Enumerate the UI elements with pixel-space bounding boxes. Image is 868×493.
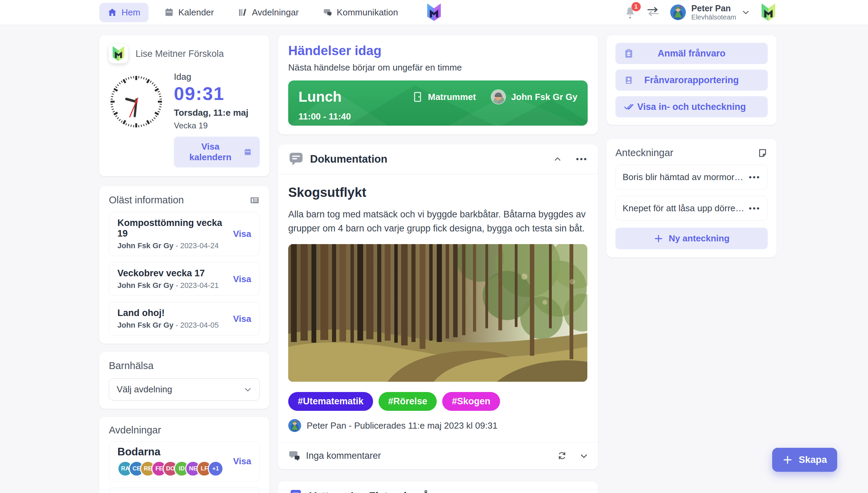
collapse-icon[interactable] (553, 155, 562, 163)
post-tag[interactable]: #Rörelse (379, 392, 437, 411)
note-row[interactable]: Boris blir hämtad av mormor hela Maj ••• (615, 165, 768, 190)
current-date: Torsdag, 11:e maj (174, 108, 260, 118)
action-label: Frånvarorapportering (644, 75, 739, 86)
teacher-avatar (491, 89, 506, 104)
show-calendar-button[interactable]: Visa kalendern (174, 137, 260, 167)
current-time: 09:31 (174, 83, 260, 104)
byline-text: Peter Pan - Publicerades 11:e maj 2023 k… (307, 420, 497, 431)
info-author: John Fsk Gr Gy (117, 281, 174, 290)
more-menu-icon[interactable]: ••• (576, 492, 588, 493)
chevron-down-icon (244, 385, 252, 394)
chevron-down-icon (742, 8, 750, 16)
today-label: Idag (174, 72, 260, 82)
note-menu-icon[interactable]: ••• (749, 204, 761, 213)
post-image[interactable] (288, 244, 587, 382)
analog-clock (109, 74, 164, 129)
main-column: Händelser idag Nästa händelse börjar om … (278, 35, 598, 493)
nav-label: Kommunikation (337, 7, 398, 18)
news-icon[interactable] (250, 195, 260, 205)
department-row: Fyren RACEREFEEEREHEEO+10 Visa (109, 487, 260, 493)
post-tag[interactable]: #Skogen (442, 392, 500, 411)
events-title: Händelser idag (288, 43, 588, 58)
person-document-icon (624, 75, 634, 85)
select-placeholder: Välj avdelning (117, 384, 172, 395)
events-card: Händelser idag Nästa händelse börjar om … (278, 35, 598, 135)
current-week: Vecka 19 (174, 121, 260, 130)
water-topic-title: Vatten - Is - Flytande - Ånga (309, 490, 553, 493)
post-body: Alla barn tog med matsäck och vi byggde … (288, 207, 588, 235)
quick-actions-card: Anmäl frånvaro Frånvarorapportering Visa… (607, 35, 777, 125)
nav-item-kommunikation[interactable]: Kommunikation (315, 3, 406, 22)
comments-label: Inga kommentarer (306, 451, 558, 461)
department-select[interactable]: Välj avdelning (109, 378, 260, 401)
info-title: Veckobrev vecka 17 (117, 268, 233, 279)
school-logo[interactable] (760, 3, 777, 21)
info-author: John Fsk Gr Gy (117, 241, 174, 250)
view-link[interactable]: Visa (233, 456, 251, 467)
main-nav: Hem Kalender Avdelningar Kommunikation (99, 3, 406, 22)
door-icon (412, 91, 423, 102)
info-title: Komposttömning vecka 19 (117, 218, 233, 239)
plus-icon (654, 234, 663, 243)
nav-item-hem[interactable]: Hem (99, 3, 149, 22)
user-name: Peter Pan (691, 3, 736, 13)
event-group-label: John Fsk Gr Gy (511, 92, 577, 102)
post-title: Skogsutflykt (288, 185, 588, 200)
left-column: Lise Meitner Förskola Idag 09:31 Torsdag… (99, 35, 269, 493)
nav-item-avdelningar[interactable]: Avdelningar (230, 3, 307, 22)
child-avatar: +1 (208, 461, 224, 477)
school-name: Lise Meitner Förskola (136, 49, 224, 59)
switch-account-button[interactable] (646, 7, 660, 18)
calendar-icon (164, 8, 174, 17)
home-icon (107, 8, 117, 17)
nav-item-kalender[interactable]: Kalender (156, 3, 222, 22)
event-banner[interactable]: Lunch 11:00 - 11:40 Matrummet John Fsk G… (288, 80, 588, 126)
app-logo (426, 3, 442, 21)
check-in-out-button[interactable]: Visa in- och utcheckning (615, 96, 768, 117)
more-menu-icon[interactable]: ••• (576, 154, 588, 164)
view-link[interactable]: Visa (233, 274, 251, 285)
notes-card: Anteckningar Boris blir hämtad av mormor… (607, 139, 777, 257)
comments-icon (288, 450, 301, 461)
action-label: Visa in- och utcheckning (637, 102, 746, 112)
comments-bar: Inga kommentarer (278, 442, 598, 469)
create-button[interactable]: Skapa (772, 448, 838, 472)
user-menu[interactable]: Peter Pan Elevhälsoteam (670, 3, 750, 21)
unread-item: Komposttömning vecka 19 John Fsk Gr Gy -… (109, 212, 260, 256)
info-date: - 2023-04-21 (176, 281, 219, 290)
info-date: - 2023-04-24 (176, 241, 219, 250)
water-topic-card: Vatten - Is - Flytande - Ånga ••• (278, 481, 598, 493)
documentation-card: Dokumentation ••• Skogsutflykt Alla barn… (278, 144, 598, 469)
new-note-button[interactable]: Ny anteckning (615, 228, 768, 249)
documentation-title: Dokumentation (310, 153, 553, 165)
post-tags: #Utematematik#Rörelse#Skogen (288, 392, 588, 411)
expand-comments-icon[interactable] (579, 452, 588, 460)
event-time: 11:00 - 11:40 (298, 111, 577, 122)
absence-report-button[interactable]: Frånvarorapportering (615, 69, 768, 91)
user-role: Elevhälsoteam (691, 13, 736, 21)
note-menu-icon[interactable]: ••• (749, 173, 761, 182)
unread-title: Oläst information (109, 194, 184, 206)
unread-item: Land ohoj! John Fsk Gr Gy - 2023-04-05 V… (109, 302, 260, 336)
post-tag[interactable]: #Utematematik (288, 392, 373, 411)
report-absence-button[interactable]: Anmäl frånvaro (615, 43, 768, 64)
right-column: Anmäl frånvaro Frånvarorapportering Visa… (607, 35, 777, 257)
view-link[interactable]: Visa (233, 229, 251, 239)
swap-arrows-icon (646, 7, 660, 17)
info-title: Land ohoj! (117, 308, 233, 318)
note-row[interactable]: Knepet för att låsa upp dörren till lek.… (615, 196, 768, 221)
event-room-label: Matrummet (428, 92, 476, 102)
view-link[interactable]: Visa (233, 314, 251, 324)
topbar-right: 1 Peter Pan Elevhälsoteam (624, 3, 777, 21)
plus-icon (782, 455, 793, 465)
event-room: Matrummet (412, 91, 476, 102)
post-byline: Peter Pan - Publicerades 11:e maj 2023 k… (288, 419, 588, 442)
create-label: Skapa (799, 454, 827, 465)
clipboard-icon (624, 48, 634, 59)
new-note-label: Ny anteckning (669, 233, 730, 244)
note-icon[interactable] (757, 148, 768, 158)
refresh-icon[interactable] (558, 451, 566, 460)
notifications-button[interactable]: 1 (624, 6, 636, 18)
show-calendar-label: Visa kalendern (182, 141, 239, 163)
nav-label: Kalender (178, 7, 214, 18)
